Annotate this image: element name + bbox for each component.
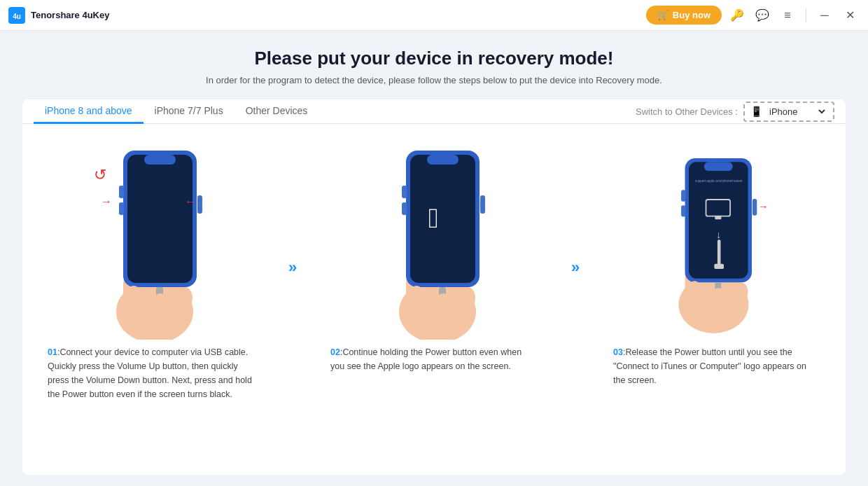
svg-text:support.apple.com/iphone/resto: support.apple.com/iphone/restore [695,179,743,183]
svg-rect-38 [704,162,733,171]
svg-rect-33 [480,195,485,214]
step-2-illustration:  [364,130,504,340]
svg-text:↓: ↓ [716,229,721,240]
svg-text::  [428,202,439,233]
buy-button[interactable]: 🛒 Buy now [646,6,722,25]
menu-icon[interactable]: ≡ [778,6,797,25]
step-3-text: 03:Release the Power button until you se… [602,340,832,387]
step-3-svg: support.apple.com/iphone/restore ↓ [647,130,787,340]
svg-rect-6 [144,155,176,165]
minimize-button[interactable]: ─ [815,6,834,25]
chat-icon[interactable]: 💬 [752,6,772,25]
cart-icon: 🛒 [657,10,668,20]
step-2:  02:Continue h [311,130,557,475]
svg-rect-48 [752,199,757,216]
separator [806,8,806,22]
step-1-illustration: ↺ → ← [81,130,221,340]
tab-other[interactable]: Other Devices [234,99,319,124]
step-3: support.apple.com/iphone/restore ↓ [594,130,840,475]
tab-iphone8[interactable]: iPhone 8 and above [34,99,144,124]
title-bar: 4u Tenorshare 4uKey 🛒 Buy now 🔑 💬 ≡ ─ ✕ [0,0,868,31]
step-2-text: 02:Continue holding the Power button eve… [319,340,549,373]
arrow-1: » [274,130,311,475]
step-1: ↺ → ← 01:Connect your device to computer… [28,130,274,475]
step-1-svg: ↺ → ← [81,130,221,340]
step-2-text-area: 02:Continue holding the Power button eve… [311,340,557,373]
svg-text:↺: ↺ [94,166,106,183]
svg-rect-9 [119,202,124,215]
svg-text:←: ← [185,195,196,207]
svg-rect-22 [410,155,475,283]
svg-rect-43 [718,239,721,265]
svg-rect-31 [402,186,407,198]
svg-point-18 [177,287,192,308]
svg-text:→: → [101,195,112,207]
step-1-text: 01:Connect your device to computer via U… [36,340,266,401]
title-bar-right: 🛒 Buy now 🔑 💬 ≡ ─ ✕ [646,6,860,25]
svg-rect-10 [197,195,202,214]
svg-rect-41 [715,216,721,220]
svg-text:→: → [758,201,769,212]
svg-rect-23 [427,155,458,165]
svg-rect-47 [681,205,685,216]
step-1-text-area: 01:Connect your device to computer via U… [28,340,274,401]
tab-iphone7[interactable]: iPhone 7/7 Plus [144,99,234,124]
title-bar-left: 4u Tenorshare 4uKey [8,7,109,24]
tabs-row: iPhone 8 and above iPhone 7/7 Plus Other… [22,99,846,124]
arrow-2: » [557,130,594,475]
page-title: Please put your device in recovery mode! [22,48,846,69]
main-content: Please put your device in recovery mode!… [0,31,868,486]
page-subtitle: In order for the program to detect the d… [22,75,846,85]
svg-rect-44 [714,264,724,269]
svg-rect-46 [681,190,685,201]
device-select-wrapper[interactable]: 📱 iPhone iPad iPod [743,102,834,122]
steps-container: ↺ → ← 01:Connect your device to computer… [22,124,846,475]
svg-rect-32 [402,202,407,215]
close-button[interactable]: ✕ [840,6,860,25]
step-3-num: 03 [613,347,623,357]
step-1-num: 01 [48,347,57,357]
svg-point-54 [734,282,748,301]
phone-icon: 📱 [750,106,762,117]
svg-rect-5 [127,155,192,283]
svg-text:4u: 4u [13,13,21,20]
key-icon[interactable]: 🔑 [727,6,747,25]
step-2-num: 02 [330,347,340,357]
step-3-text-area: 03:Release the Power button until you se… [594,340,840,387]
step-3-illustration: support.apple.com/iphone/restore ↓ [647,130,787,340]
device-select[interactable]: iPhone iPad iPod [766,106,827,118]
app-logo-icon: 4u [8,7,25,24]
step-2-svg:  [364,130,504,340]
svg-rect-8 [119,186,124,198]
app-name: Tenorshare 4uKey [31,10,109,20]
svg-point-30 [460,287,475,308]
switch-label: Switch to Other Devices : [636,106,738,117]
